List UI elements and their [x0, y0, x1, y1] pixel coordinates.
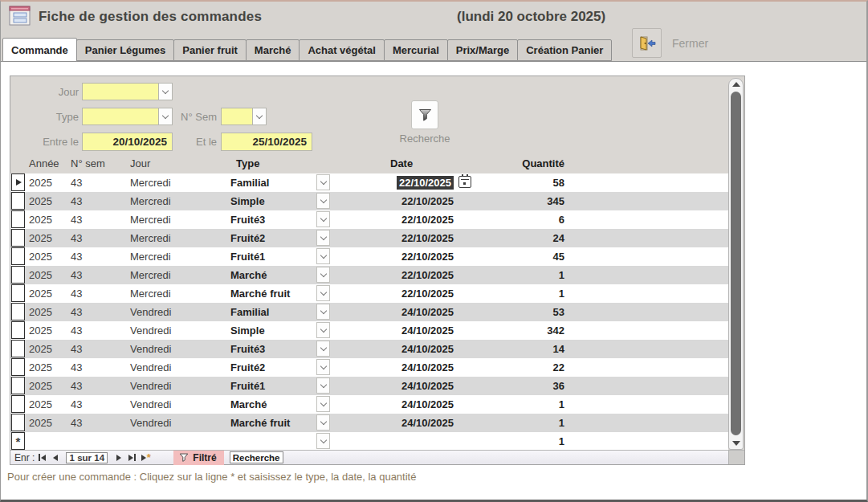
cell-type[interactable]: Fruité1 — [230, 377, 315, 395]
type-dropdown-button[interactable] — [316, 414, 330, 431]
table-row[interactable]: 2025 43 Mercredi Marché 22/10/2025 1 — [10, 266, 728, 284]
cell-type[interactable]: Marché fruit — [230, 284, 315, 303]
type-dropdown-button[interactable] — [316, 267, 330, 283]
cell-date[interactable]: 24/10/2025 — [359, 414, 454, 432]
cell-date[interactable]: 24/10/2025 — [359, 303, 454, 321]
tab-march-[interactable]: Marché — [246, 39, 300, 61]
cell-type[interactable]: Marché — [230, 266, 315, 284]
table-row[interactable]: 2025 43 Vendredi Fruité3 24/10/2025 14 — [10, 340, 728, 358]
chevron-down-icon[interactable] — [158, 84, 172, 100]
type-dropdown-button[interactable] — [316, 359, 330, 375]
tab-panier-l-gumes[interactable]: Panier Légumes — [76, 39, 174, 61]
table-row[interactable]: 2025 43 Mercredi Fruité2 22/10/2025 24 — [10, 229, 728, 247]
cell-date[interactable]: 22/10/2025 — [359, 229, 454, 247]
cell-qte[interactable]: 24 — [484, 229, 564, 247]
cell-qte[interactable]: 14 — [484, 340, 564, 358]
record-selector[interactable] — [11, 173, 25, 191]
cell-qte[interactable]: 342 — [484, 321, 564, 340]
table-row[interactable]: 2025 43 Mercredi Familial 22/10/2025 58 — [10, 173, 728, 192]
table-row[interactable]: 2025 43 Vendredi Simple 24/10/2025 342 — [10, 321, 728, 340]
scroll-up-arrow-icon[interactable] — [732, 82, 740, 87]
cell-date[interactable]: 24/10/2025 — [359, 340, 454, 358]
record-selector[interactable] — [11, 340, 25, 357]
cell-type[interactable]: Marché fruit — [230, 414, 315, 432]
record-selector[interactable] — [11, 414, 25, 431]
cell-qte[interactable]: 6 — [484, 210, 564, 229]
table-row[interactable]: 2025 43 Vendredi Marché fruit 24/10/2025… — [10, 414, 728, 432]
cell-qte[interactable]: 58 — [484, 173, 564, 192]
close-form-button[interactable] — [632, 28, 662, 58]
tab-achat-v-g-tal[interactable]: Achat végétal — [299, 39, 385, 61]
record-selector[interactable] — [11, 303, 25, 320]
type-dropdown-button[interactable] — [316, 174, 330, 190]
table-row[interactable]: 2025 43 Mercredi Marché fruit 22/10/2025… — [10, 284, 728, 303]
cell-type[interactable]: Familial — [230, 173, 315, 192]
cell-date[interactable]: 22/10/2025 — [359, 266, 454, 284]
cell-date[interactable]: 22/10/2025 — [359, 192, 454, 210]
cell-qte[interactable]: 45 — [484, 247, 564, 266]
vertical-scrollbar[interactable] — [728, 78, 744, 450]
type-dropdown-button[interactable] — [316, 304, 330, 320]
date-to-input[interactable] — [221, 133, 312, 151]
cell-qte[interactable]: 1 — [484, 266, 564, 284]
type-dropdown-button[interactable] — [316, 396, 330, 412]
date-picker-icon[interactable] — [458, 176, 471, 188]
cell-date[interactable]: 24/10/2025 — [359, 358, 454, 377]
cell-qte[interactable]: 1 — [484, 284, 564, 303]
cell-date[interactable]: 22/10/2025 — [359, 247, 454, 266]
cell-type[interactable]: Fruité1 — [230, 247, 315, 266]
last-record-button[interactable] — [126, 452, 138, 463]
record-selector[interactable] — [11, 395, 25, 413]
type-dropdown-button[interactable] — [316, 341, 330, 357]
tab-cr-ation-panier[interactable]: Création Panier — [517, 39, 612, 61]
table-row[interactable]: 2025 43 Mercredi Fruité1 22/10/2025 45 — [10, 247, 728, 266]
record-search-input[interactable] — [230, 451, 283, 463]
record-selector[interactable] — [11, 266, 25, 284]
cell-qte[interactable]: 1 — [484, 414, 564, 432]
cell-qte[interactable]: 53 — [484, 303, 564, 321]
new-record-row[interactable]: * 1 — [10, 432, 728, 451]
cell-date[interactable]: 22/10/2025 — [359, 284, 454, 303]
table-row[interactable]: 2025 43 Mercredi Fruité3 22/10/2025 6 — [10, 210, 728, 229]
next-record-button[interactable] — [112, 452, 124, 463]
cell-type[interactable]: Fruité3 — [230, 340, 315, 358]
type-dropdown-button[interactable] — [316, 285, 330, 301]
cell-type[interactable]: Familial — [230, 303, 315, 321]
cell-date[interactable]: 22/10/2025 — [359, 210, 454, 229]
type-dropdown-button[interactable] — [316, 322, 330, 338]
search-filter-button[interactable] — [411, 100, 438, 129]
type-dropdown-button[interactable] — [316, 378, 330, 394]
cell-qte[interactable]: 1 — [484, 432, 564, 451]
record-selector[interactable] — [11, 229, 25, 247]
table-row[interactable]: 2025 43 Mercredi Simple 22/10/2025 345 — [10, 192, 728, 210]
table-row[interactable]: 2025 43 Vendredi Fruité2 24/10/2025 22 — [10, 358, 728, 377]
tab-mercurial[interactable]: Mercurial — [384, 39, 448, 61]
first-record-button[interactable] — [35, 452, 47, 463]
previous-record-button[interactable] — [49, 452, 61, 463]
tab-commande[interactable]: Commande — [2, 38, 77, 62]
record-selector[interactable] — [11, 210, 25, 228]
cell-type[interactable]: Marché — [230, 395, 315, 414]
table-row[interactable]: 2025 43 Vendredi Familial 24/10/2025 53 — [10, 303, 728, 321]
cell-type[interactable]: Fruité3 — [230, 210, 315, 229]
cell-qte[interactable]: 36 — [484, 377, 564, 395]
type-dropdown-button[interactable] — [316, 193, 330, 209]
cell-type[interactable]: Simple — [230, 192, 315, 210]
scroll-down-arrow-icon[interactable] — [732, 441, 740, 446]
cell-qte[interactable]: 1 — [484, 395, 564, 414]
cell-type[interactable]: Simple — [230, 321, 315, 340]
tab-panier-fruit[interactable]: Panier fruit — [173, 39, 247, 61]
cell-qte[interactable]: 22 — [484, 358, 564, 377]
scrollbar-thumb[interactable] — [731, 92, 741, 435]
cell-type[interactable]: Fruité2 — [230, 229, 315, 247]
table-row[interactable]: 2025 43 Vendredi Fruité1 24/10/2025 36 — [10, 377, 728, 395]
record-selector[interactable] — [11, 192, 25, 210]
record-selector[interactable] — [11, 377, 25, 394]
week-number-combobox[interactable] — [221, 108, 267, 125]
chevron-down-icon[interactable] — [252, 108, 266, 124]
cell-date[interactable]: 22/10/2025 — [359, 173, 454, 192]
cell-date[interactable]: 24/10/2025 — [359, 395, 454, 414]
type-dropdown-button[interactable] — [316, 248, 330, 264]
table-row[interactable]: 2025 43 Vendredi Marché 24/10/2025 1 — [10, 395, 728, 414]
record-selector[interactable] — [11, 247, 25, 265]
